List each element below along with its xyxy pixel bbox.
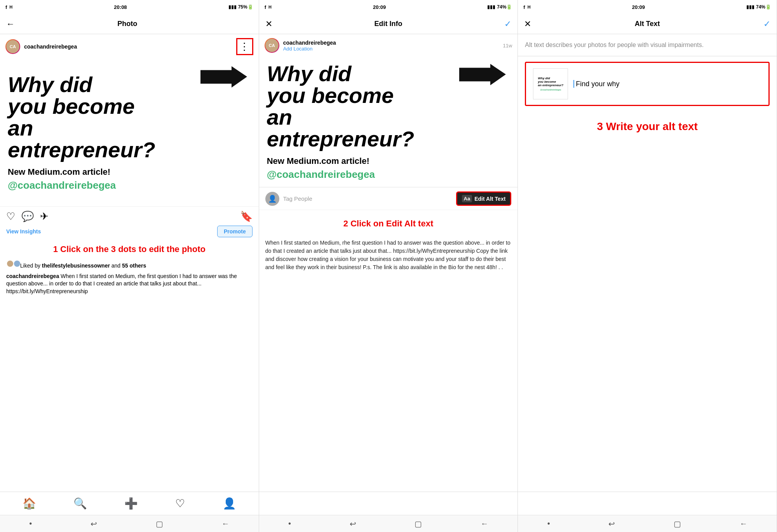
post-main-text-2: you become xyxy=(8,96,135,117)
post-actions-row-1: ♡ 💬 ✈ 🔖 xyxy=(0,207,259,224)
caption-username[interactable]: coachandreirebegea xyxy=(6,273,59,279)
time-ago-label: 11w xyxy=(503,43,512,49)
p2-main-text-1: Why did xyxy=(267,63,352,85)
annotation-1: 1 Click on the 3 dots to edit the photo xyxy=(0,240,259,258)
battery-icon-3: 74%🔋 xyxy=(756,4,771,10)
status-bar-3: f H 20:09 ▮▮▮ 74%🔋 xyxy=(518,0,777,14)
post-image-1: Why did you become an entrepreneur? New … xyxy=(0,59,259,207)
nav-heart-icon[interactable]: ♡ xyxy=(175,497,185,510)
nav-home-icon[interactable]: 🏠 xyxy=(23,497,36,510)
liked-and: and xyxy=(110,263,122,269)
p2-user-info: CA coachandreirebegea Add Location xyxy=(265,38,336,53)
android-back-1[interactable]: ↩ xyxy=(91,519,97,529)
nav-add-icon[interactable]: ➕ xyxy=(124,497,138,510)
android-back-2[interactable]: ↩ xyxy=(350,519,356,529)
tag-edit-row: 👤 Tag People Aa Edit Alt Text xyxy=(259,187,518,210)
comment-icon[interactable]: 💬 xyxy=(21,210,34,223)
android-recent-2[interactable]: ← xyxy=(481,519,488,528)
android-home-2[interactable]: ▢ xyxy=(415,519,422,529)
person-icon: 👤 xyxy=(268,195,277,203)
three-dots-button[interactable]: ⋮ xyxy=(236,38,253,55)
p2-green-username: @coachandreirebegea xyxy=(267,169,375,181)
insights-promote-row: View Insights Promote xyxy=(0,224,259,240)
status-icons-2: ▮▮▮ 74%🔋 xyxy=(487,4,512,10)
status-left-3: f H xyxy=(523,4,530,10)
liked-avatars xyxy=(6,263,20,269)
bookmark-icon[interactable]: 🔖 xyxy=(240,210,253,223)
thumb-text-main: Why did you become an entrepreneur? xyxy=(538,77,563,87)
android-home-3[interactable]: ▢ xyxy=(674,519,681,529)
dots-icon: ⋮ xyxy=(239,41,250,53)
android-nav-2: • ↩ ▢ ← xyxy=(259,515,518,532)
fb-icon: f xyxy=(5,4,7,10)
thumb-green-text: @coachandreirebegea xyxy=(540,89,561,91)
status-bar-2: f H 20:09 ▮▮▮ 74%🔋 xyxy=(259,0,518,14)
promote-button[interactable]: Promote xyxy=(217,226,253,237)
android-nav-1: • ↩ ▢ ← xyxy=(0,515,259,532)
battery-icon-2: 74%🔋 xyxy=(497,4,512,10)
bottom-nav-1: 🏠 🔍 ➕ ♡ 👤 xyxy=(0,492,259,515)
edit-post-caption: When I first started on Medium, rhe firs… xyxy=(259,233,518,277)
post-user-info-1: CA coachandreirebegea xyxy=(5,39,77,54)
alt-thumbnail: Why did you become an entrepreneur? @coa… xyxy=(533,68,568,99)
hm-icon: H xyxy=(9,5,12,9)
nav-search-icon[interactable]: 🔍 xyxy=(73,497,87,510)
avatar-1: CA xyxy=(5,39,20,54)
left-action-icons: ♡ 💬 ✈ xyxy=(6,210,49,223)
alt-text-description: Alt text describes your photos for peopl… xyxy=(518,34,777,56)
alt-input-area[interactable]: Find your why xyxy=(573,80,761,88)
post-image-2: Why did you become an entrepreneur? New … xyxy=(259,57,518,187)
hand-arrow-icon xyxy=(200,65,247,89)
nav-profile-icon[interactable]: 👤 xyxy=(223,497,236,510)
header-2: ✕ Edit Info ✓ xyxy=(259,14,518,34)
status-time-2: 20:09 xyxy=(373,4,386,10)
page-title-3: Alt Text xyxy=(635,20,660,28)
android-dot-1: • xyxy=(29,519,32,528)
post-user-row-1: CA coachandreirebegea ⋮ xyxy=(0,34,259,59)
tag-people-label[interactable]: Tag People xyxy=(283,195,312,202)
status-left-2: f H xyxy=(265,4,272,10)
back-button[interactable]: ← xyxy=(6,19,15,29)
fb-icon-3: f xyxy=(523,4,525,10)
p2-user-name-group: coachandreirebegea Add Location xyxy=(283,40,336,52)
view-insights-link[interactable]: View Insights xyxy=(6,228,41,235)
android-home-1[interactable]: ▢ xyxy=(156,519,163,529)
check-button-3[interactable]: ✓ xyxy=(763,19,770,29)
svg-marker-1 xyxy=(459,64,506,85)
android-dot-3: • xyxy=(547,519,550,528)
heart-icon[interactable]: ♡ xyxy=(6,210,15,223)
android-recent-3[interactable]: ← xyxy=(740,519,747,528)
hm-icon-2: H xyxy=(268,5,272,9)
text-cursor xyxy=(573,80,574,88)
avatar-2: CA xyxy=(265,38,279,53)
close-button-3[interactable]: ✕ xyxy=(524,19,531,29)
add-location-link[interactable]: Add Location xyxy=(283,46,336,52)
android-recent-1[interactable]: ← xyxy=(221,519,229,528)
share-icon[interactable]: ✈ xyxy=(40,210,49,223)
android-back-3[interactable]: ↩ xyxy=(608,519,615,529)
edit-alt-text-button[interactable]: Aa Edit Alt Text xyxy=(456,191,512,206)
close-button-2[interactable]: ✕ xyxy=(265,19,272,29)
bottom-nav-3 xyxy=(518,492,777,515)
bottom-nav-2 xyxy=(259,492,518,515)
page-title-2: Edit Info xyxy=(375,20,402,28)
check-button-2[interactable]: ✓ xyxy=(504,19,511,29)
p2-main-text-3: an xyxy=(267,106,292,128)
p2-main-text-4: entrepreneur? xyxy=(267,128,415,150)
post-main-text-1: Why did xyxy=(8,74,92,96)
page-title-1: Photo xyxy=(117,20,137,28)
alt-input-value[interactable]: Find your why xyxy=(576,80,619,88)
alt-text-image-row: Why did you become an entrepreneur? @coa… xyxy=(525,62,770,106)
status-bar-1: f H 20:08 ▮▮▮ 75%🔋 xyxy=(0,0,259,14)
hand-arrow-icon-2 xyxy=(459,63,506,86)
status-icons-3: ▮▮▮ 74%🔋 xyxy=(746,4,771,10)
liked-text: Liked by xyxy=(20,263,42,269)
panel-photo: f H 20:08 ▮▮▮ 75%🔋 ← Photo CA coachandre… xyxy=(0,0,259,532)
p2-username[interactable]: coachandreirebegea xyxy=(283,40,336,46)
aa-icon: Aa xyxy=(462,195,472,202)
status-time-3: 20:09 xyxy=(632,4,645,10)
avatar-inner-2: CA xyxy=(265,39,279,52)
post-username-1[interactable]: coachandreirebegea xyxy=(24,43,77,50)
hm-icon-3: H xyxy=(528,5,531,9)
fb-icon-2: f xyxy=(265,4,266,10)
